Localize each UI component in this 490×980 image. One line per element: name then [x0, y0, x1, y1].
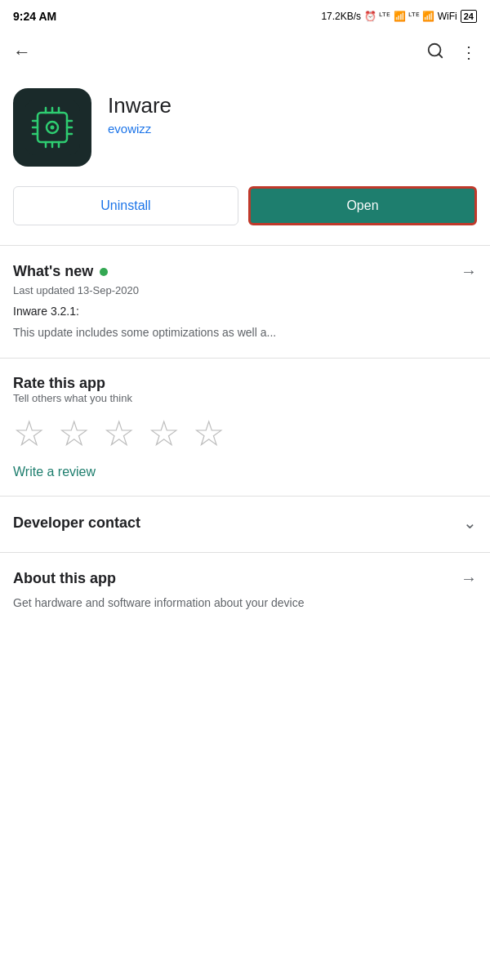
stars-row: ☆ ☆ ☆ ☆ ☆ — [13, 416, 477, 452]
app-info-section: Inware evowizz — [0, 75, 490, 186]
about-header: About this app → — [13, 569, 477, 588]
about-title: About this app — [13, 570, 116, 587]
app-icon — [13, 88, 91, 167]
write-review-link[interactable]: Write a review — [13, 465, 96, 479]
star-5[interactable]: ☆ — [193, 416, 225, 452]
rate-section: Rate this app Tell others what you think… — [0, 359, 490, 496]
back-button[interactable]: ← — [13, 42, 31, 63]
battery-icon: 24 — [461, 10, 477, 23]
star-4[interactable]: ☆ — [148, 416, 180, 452]
uninstall-button[interactable]: Uninstall — [13, 186, 238, 225]
nav-bar: ← ⋮ — [0, 29, 490, 75]
developer-contact-header: Developer contact ⌄ — [13, 513, 477, 532]
developer-contact-chevron[interactable]: ⌄ — [463, 513, 477, 532]
star-3[interactable]: ☆ — [103, 416, 135, 452]
developer-contact-section: Developer contact ⌄ — [0, 497, 490, 552]
svg-point-5 — [51, 126, 55, 130]
status-bar: 9:24 AM 17.2KB/s ⏰ ᴸᵀᴱ 📶 ᴸᵀᴱ 📶 WiFi 24 — [0, 0, 490, 29]
svg-line-1 — [439, 54, 442, 57]
developer-contact-title: Developer contact — [13, 514, 140, 532]
whats-new-title-row: What's new — [13, 263, 108, 280]
app-details: Inware evowizz — [108, 88, 477, 136]
about-description: Get hardware and software information ab… — [13, 595, 477, 612]
green-dot-indicator — [100, 268, 108, 276]
network-speed: 17.2KB/s — [321, 11, 361, 22]
nav-left: ← — [13, 42, 31, 63]
search-button[interactable] — [426, 42, 444, 64]
whats-new-body: This update includes some optimizations … — [13, 324, 477, 341]
rate-title: Rate this app — [13, 375, 477, 392]
star-2[interactable]: ☆ — [58, 416, 90, 452]
about-arrow[interactable]: → — [461, 569, 477, 588]
open-button[interactable]: Open — [248, 186, 477, 225]
status-time: 9:24 AM — [13, 10, 56, 23]
app-developer: evowizz — [108, 122, 477, 136]
about-section: About this app → Get hardware and softwa… — [0, 553, 490, 628]
nav-right: ⋮ — [426, 42, 477, 64]
action-buttons: Uninstall Open — [0, 186, 490, 245]
more-options-button[interactable]: ⋮ — [461, 42, 477, 62]
status-icons: ⏰ ᴸᵀᴱ 📶 ᴸᵀᴱ 📶 WiFi — [364, 11, 457, 22]
whats-new-arrow[interactable]: → — [461, 262, 477, 281]
status-right: 17.2KB/s ⏰ ᴸᵀᴱ 📶 ᴸᵀᴱ 📶 WiFi 24 — [321, 10, 477, 23]
rate-subtitle: Tell others what you think — [13, 392, 477, 404]
whats-new-section: What's new → Last updated 13-Sep-2020 In… — [0, 246, 490, 358]
star-1[interactable]: ☆ — [13, 416, 45, 452]
whats-new-version: Inware 3.2.1: — [13, 305, 477, 318]
whats-new-title: What's new — [13, 263, 93, 280]
whats-new-date: Last updated 13-Sep-2020 — [13, 284, 477, 296]
whats-new-header: What's new → — [13, 262, 477, 281]
app-name: Inware — [108, 93, 477, 118]
